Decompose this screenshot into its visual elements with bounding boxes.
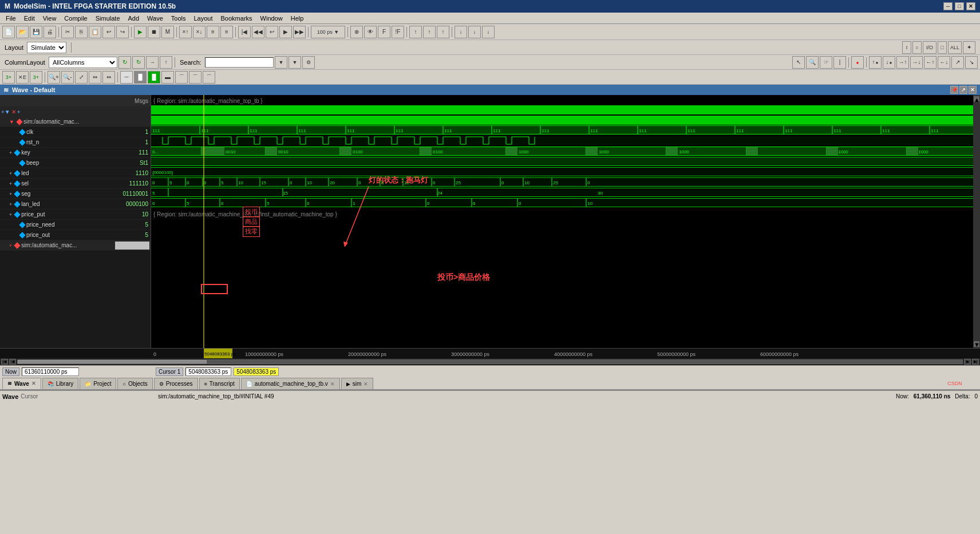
sig-tool3[interactable]: +	[17, 109, 21, 115]
io-io-btn[interactable]: I/O	[923, 41, 936, 54]
wave-nav1[interactable]: ↑⬥	[869, 56, 882, 69]
col-btn3[interactable]: →	[146, 56, 159, 69]
wave-close-btn[interactable]: ✕	[969, 86, 977, 94]
break-btn[interactable]: ⊕	[350, 26, 363, 38]
tb-sig1[interactable]: ×↑	[179, 26, 192, 38]
tb-sig4[interactable]: ≡	[220, 26, 233, 38]
minimize-button[interactable]: ─	[943, 2, 953, 10]
signal-price-out[interactable]: price_out 5	[0, 230, 151, 240]
menu-wave[interactable]: Wave	[144, 14, 167, 23]
sim-run-all[interactable]: ▶▶	[293, 26, 306, 38]
undo-btn[interactable]: ↩	[102, 26, 115, 38]
zoom-fit1[interactable]: ⇔	[89, 71, 101, 84]
tab-tb-file[interactable]: 📄 automatic_machine_top_tb.v ✕	[241, 378, 340, 389]
open-btn[interactable]: 📂	[16, 26, 29, 38]
wave-style6[interactable]: ⌒	[189, 71, 201, 84]
wave-nav8[interactable]: ↘	[965, 56, 978, 69]
paste-btn[interactable]: 📋	[89, 26, 101, 38]
maximize-button[interactable]: □	[955, 2, 964, 10]
wave-vscroll[interactable]: ▲ ▼	[973, 95, 980, 348]
time-input-btn[interactable]: 100 ps ▼	[311, 26, 345, 38]
wave-style1[interactable]: ─	[120, 71, 133, 84]
io-o-btn[interactable]: ○	[912, 41, 922, 54]
close-button[interactable]: ✕	[966, 2, 975, 10]
col-btn2[interactable]: ↻	[132, 56, 145, 69]
menu-tools[interactable]: Tools	[168, 14, 189, 23]
wave-nav5[interactable]: ←↑	[924, 56, 936, 69]
sim-run[interactable]: ▶	[279, 26, 292, 38]
wave-style7[interactable]: ⌒	[203, 71, 215, 84]
io-i-btn[interactable]: I	[902, 41, 911, 54]
signal-beep[interactable]: beep St1	[0, 158, 151, 168]
signal-seg[interactable]: + seg 01110001	[0, 189, 151, 199]
copy-btn[interactable]: ⎘	[75, 26, 88, 38]
sig-tool2[interactable]: ✕	[11, 109, 16, 115]
search-input[interactable]	[205, 57, 274, 68]
tab-transcript[interactable]: ≡ Transcript	[199, 378, 240, 389]
signal-price-need[interactable]: price_need 5	[0, 220, 151, 230]
signal-price-put[interactable]: + price_put 10	[0, 209, 151, 220]
run-btn[interactable]: ▶	[134, 26, 147, 38]
print-btn[interactable]: 🖨	[44, 26, 56, 38]
nav2[interactable]: ↑	[423, 26, 436, 38]
menu-add[interactable]: Add	[125, 14, 143, 23]
tab-sim[interactable]: ▶ sim ✕	[341, 378, 374, 389]
nav6[interactable]: ↓	[482, 26, 495, 38]
zoom-full[interactable]: ⤢	[75, 71, 88, 84]
search-next[interactable]: ▼	[289, 56, 301, 69]
layout-dropdown[interactable]: Simulate	[27, 42, 66, 53]
signal-rstn[interactable]: rst_n 1	[0, 137, 151, 148]
io-star-btn[interactable]: ✦	[963, 41, 975, 54]
tab-wave[interactable]: ≋ Wave ✕	[2, 378, 41, 389]
save-btn[interactable]: 💾	[30, 26, 42, 38]
hier-btn3[interactable]: 3+	[30, 71, 42, 84]
menu-help[interactable]: Help	[287, 14, 307, 23]
io-l-btn[interactable]: □	[938, 41, 947, 54]
search-prev[interactable]: ▼	[275, 56, 287, 69]
scroll-nav-right[interactable]: ▶	[964, 359, 971, 365]
menu-edit[interactable]: Edit	[21, 14, 38, 23]
menu-file[interactable]: File	[2, 14, 19, 23]
new-btn[interactable]: 📄	[2, 26, 15, 38]
menu-view[interactable]: View	[39, 14, 60, 23]
zoom-out[interactable]: 🔍-	[61, 71, 74, 84]
sig-tool1[interactable]: +▼	[1, 109, 10, 115]
sim-step-back[interactable]: ↩	[266, 26, 278, 38]
wave-mark-btn[interactable]: |	[833, 56, 846, 69]
menu-window[interactable]: Window	[257, 14, 286, 23]
stop-btn[interactable]: ⏹	[148, 26, 160, 38]
wave-tab-close[interactable]: ✕	[31, 381, 36, 386]
zoom-in[interactable]: 🔍+	[48, 71, 60, 84]
signal-key[interactable]: + key 111	[0, 148, 151, 158]
col-layout-dropdown[interactable]: AllColumns	[49, 57, 117, 68]
wave-nav6[interactable]: ←↓	[938, 56, 950, 69]
scroll-nav-end[interactable]: ▶|	[972, 359, 979, 365]
tb-file-tab-close[interactable]: ✕	[330, 381, 335, 387]
scroll-nav-start[interactable]: |◀	[1, 359, 8, 365]
signal-led[interactable]: + led 1110	[0, 168, 151, 179]
hscroll-thumb[interactable]	[18, 360, 207, 363]
menu-bookmarks[interactable]: Bookmarks	[218, 14, 256, 23]
wave-float-btn[interactable]: ↗	[959, 86, 967, 94]
watch-btn[interactable]: 👁	[364, 26, 377, 38]
col-btn1[interactable]: ↻	[118, 56, 131, 69]
tb-sig3[interactable]: ≡	[207, 26, 219, 38]
noforce-btn[interactable]: !F	[392, 26, 404, 38]
wave-nav4[interactable]: →↓	[910, 56, 923, 69]
nav4[interactable]: ↓	[455, 26, 467, 38]
vscroll-up[interactable]: ▲	[974, 96, 979, 102]
signal-sel[interactable]: + sel 111110	[0, 179, 151, 189]
wave-zoom-btn[interactable]: 🔍	[806, 56, 819, 69]
nav5[interactable]: ↓	[468, 26, 481, 38]
sim-start[interactable]: |◀	[238, 26, 251, 38]
wave-nav7[interactable]: ↗	[951, 56, 964, 69]
wave-pin-btn[interactable]: 📌	[950, 86, 958, 94]
hier-btn2[interactable]: ✕E	[16, 71, 29, 84]
zoom-fit2[interactable]: ⇔	[102, 71, 115, 84]
menu-simulate[interactable]: Simulate	[92, 14, 124, 23]
scroll-nav-left[interactable]: ◀	[9, 359, 16, 365]
tab-project[interactable]: 📁 Project	[80, 378, 116, 389]
menu-layout[interactable]: Layout	[191, 14, 216, 23]
col-btn4[interactable]: ↑	[160, 56, 172, 69]
wave-nav3[interactable]: →↑	[896, 56, 909, 69]
